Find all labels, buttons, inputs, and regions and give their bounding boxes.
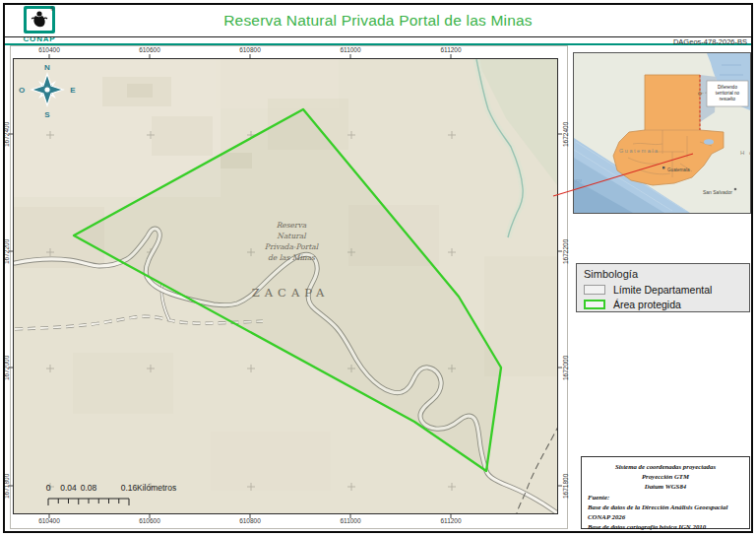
x-axis-label: 610600 [128, 46, 171, 53]
honduras-label: H o [740, 150, 750, 156]
source-2: Base de datos cartografía básica IGN 201… [588, 522, 743, 532]
x-axis-label: 610800 [228, 517, 272, 524]
depth-label: 721 [575, 178, 582, 183]
x-axis-label: 610400 [28, 517, 71, 524]
departmental-swatch-icon [584, 285, 605, 295]
x-axis-label: 611200 [429, 517, 472, 524]
registered-mark: ® [50, 6, 54, 12]
svg-text:de las Minas: de las Minas [268, 253, 316, 262]
quetzal-glyph-icon [27, 9, 52, 31]
city-label: Guatemala [667, 168, 690, 172]
x-axis-label: 610400 [28, 46, 71, 53]
svg-text:0.16: 0.16 [121, 483, 138, 493]
inset-canvas: Diferendo territorial no resuelto G u a … [574, 53, 750, 213]
city-marker [662, 167, 664, 168]
x-axis-label: 610800 [228, 46, 272, 53]
svg-text:Natural: Natural [277, 232, 306, 240]
y-axis-label: 1672200 [2, 230, 12, 273]
main-map-canvas: Reserva Natural Privada-Portal de las Mi… [14, 59, 557, 513]
main-map: Reserva Natural Privada-Portal de las Mi… [13, 58, 558, 514]
x-axis-label: 611200 [429, 46, 472, 53]
svg-text:0.04: 0.04 [60, 483, 77, 493]
page-title: Reserva Natural Privada Portal de las Mi… [0, 12, 756, 30]
country-label: G u a t e m a l a [619, 148, 659, 154]
y-axis-label: 1672200 [561, 230, 571, 273]
map-document: Reserva Natural Privada Portal de las Mi… [0, 0, 756, 536]
credits-box: Sistema de coordenadas proyectadas Proye… [581, 456, 750, 529]
x-axis-label: 610600 [128, 517, 171, 524]
document-code: DAGeos-478-2026-BS [673, 37, 747, 46]
projection: Proyección GTM [588, 472, 743, 482]
source-heading: Fuente: [588, 493, 743, 502]
header-divider [5, 36, 751, 37]
legend-item-departmental: Límite Departamental [584, 284, 742, 296]
san-salvador-label: San Salvador [703, 189, 732, 195]
y-axis-label: 1671800 [2, 464, 12, 507]
source-1a: Base de datos de la Dirección Análisis G… [588, 502, 743, 512]
compass-o-label: O [19, 86, 25, 95]
svg-text:Privada-Portal: Privada-Portal [265, 242, 319, 251]
svg-text:0: 0 [46, 483, 51, 493]
y-axis-label: 1671800 [561, 464, 571, 507]
san-salvador-marker [734, 188, 737, 191]
y-axis-label: 1672400 [561, 112, 571, 156]
compass-s-label: S [44, 110, 50, 119]
svg-text:territorial no: territorial no [716, 91, 740, 96]
svg-text:0.08: 0.08 [81, 483, 97, 493]
datum: Datum WGS84 [588, 482, 743, 492]
legend-title: Simbología [584, 268, 742, 280]
y-axis-label: 1672400 [2, 112, 12, 156]
y-axis-label: 1672000 [561, 346, 571, 389]
legend-item-protected-area: Área protegida [584, 299, 742, 310]
department-label: ZACAPA [252, 286, 329, 300]
svg-text:Kilómetros: Kilómetros [137, 483, 176, 493]
protected-area-swatch-icon [584, 300, 605, 309]
x-axis-label: 611000 [329, 517, 372, 524]
compass-e-label: E [70, 86, 76, 95]
svg-text:Diferendo: Diferendo [718, 85, 737, 90]
compass-n-label: N [44, 63, 50, 72]
y-axis-label: 1672000 [2, 346, 12, 389]
inset-locator-map: Diferendo territorial no resuelto G u a … [573, 52, 751, 214]
conap-emblem-icon: ® [24, 6, 55, 34]
svg-text:resuelto: resuelto [720, 97, 736, 101]
conap-logo: ® CONAP [20, 6, 59, 43]
lake-izabal [704, 139, 714, 145]
svg-text:Reserva: Reserva [277, 221, 307, 230]
x-axis-label: 611000 [329, 46, 372, 53]
legend: Simbología Límite Departamental Área pro… [576, 263, 750, 312]
projection-system: Sistema de coordenadas proyectadas [588, 462, 743, 472]
source-1b: CONAP 2026 [588, 512, 743, 522]
